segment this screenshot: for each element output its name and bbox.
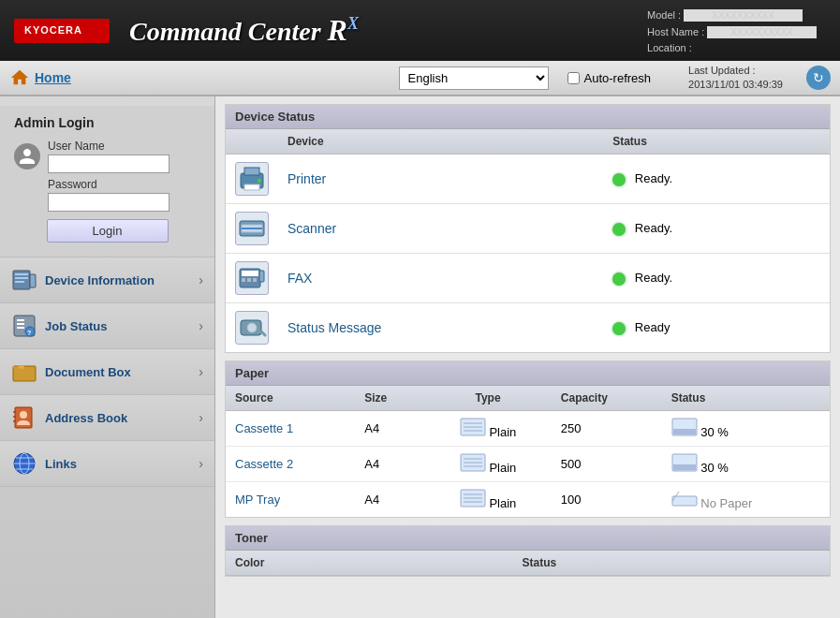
svg-rect-18 (13, 420, 16, 422)
paper-type: Plain (489, 461, 516, 475)
document-box-icon (11, 359, 37, 385)
header: KYOCERA Command Center RX Model : XXXXXX… (0, 0, 840, 61)
sidebar-item-job-status[interactable]: ? Job Status › (0, 303, 214, 349)
device-icon-cell (226, 204, 278, 254)
admin-login-panel: Admin Login User Name Password Login (0, 106, 214, 258)
device-icon-status-message (235, 311, 269, 345)
paper-header: Paper (226, 361, 830, 386)
svg-point-38 (247, 323, 257, 332)
paper-capacity: 500 (552, 447, 662, 482)
paper-type-icon (460, 418, 486, 436)
model-row: Model : XXXXXXXXXX (647, 7, 817, 24)
device-status-text: Ready. (635, 171, 672, 185)
toner-col-status: Status (513, 551, 830, 576)
device-status-header: Device Status (226, 105, 830, 129)
col-device: Device (278, 129, 603, 154)
svg-rect-32 (242, 271, 258, 276)
svg-rect-8 (17, 319, 24, 321)
device-status-table: Device Status Printer Ready. Scanner (226, 129, 830, 352)
refresh-button[interactable]: ↻ (806, 66, 831, 90)
paper-type-cell: Plain (424, 411, 552, 447)
device-status-row: Scanner Ready. (226, 204, 830, 254)
toner-col-color: Color (226, 551, 513, 576)
device-status-row: FAX Ready. (226, 254, 830, 303)
device-icon-cell (226, 254, 278, 303)
sidebar-item-address-book[interactable]: Address Book › (0, 395, 214, 441)
paper-col-status: Status (662, 386, 830, 411)
device-information-icon (11, 267, 37, 293)
device-icon-printer (235, 162, 269, 196)
paper-tray-icon (671, 489, 698, 508)
svg-rect-10 (17, 327, 24, 329)
svg-rect-35 (253, 278, 257, 282)
sidebar-label-links: Links (45, 457, 199, 471)
username-input[interactable] (48, 154, 169, 173)
kyocera-label: KYOCERA (20, 29, 104, 40)
login-button[interactable]: Login (47, 219, 169, 243)
device-status-section: Device Status Device Status Printer Read… (225, 104, 831, 353)
svg-rect-4 (15, 277, 28, 279)
links-arrow: › (199, 456, 203, 471)
svg-rect-44 (673, 429, 696, 434)
device-status-row: Status Message Ready (226, 303, 830, 353)
sidebar-label-document-box: Document Box (45, 365, 199, 379)
svg-rect-25 (244, 168, 259, 175)
job-status-icon: ? (11, 313, 37, 339)
password-input[interactable] (48, 193, 169, 212)
toner-header: Toner (226, 526, 830, 551)
svg-point-27 (258, 179, 261, 183)
device-status-row: Printer Ready. (226, 154, 830, 204)
paper-table: Source Size Type Capacity Status Cassett… (226, 386, 830, 517)
device-status-text: Ready (635, 320, 671, 334)
device-status-cell: Ready. (603, 204, 830, 254)
sidebar-item-links[interactable]: Links › (0, 441, 214, 487)
paper-rows: Cassette 1 A4 Plain 250 30 % Cassette 2 … (226, 411, 830, 518)
paper-size: A4 (355, 482, 424, 518)
language-selector[interactable]: English Japanese German French Spanish (399, 66, 549, 90)
address-book-arrow: › (199, 410, 203, 425)
svg-rect-9 (17, 323, 24, 325)
svg-rect-26 (244, 184, 259, 190)
device-name: Status Message (278, 303, 603, 353)
home-link[interactable]: Home (9, 67, 71, 88)
status-dot (612, 223, 626, 236)
device-icon-fax (235, 261, 269, 295)
auto-refresh-area: Auto-refresh (567, 71, 652, 85)
paper-capacity: 250 (552, 411, 662, 447)
device-icon-cell (226, 303, 278, 353)
toner-section: Toner Color Status (225, 525, 831, 577)
paper-status-text: No Paper (700, 496, 752, 510)
status-dot (612, 173, 626, 186)
device-icon-cell (226, 154, 278, 204)
device-name: FAX (278, 254, 603, 303)
location-row: Location : (647, 40, 817, 57)
kyocera-logo: KYOCERA Command Center RX (14, 13, 359, 48)
auto-refresh-checkbox[interactable] (567, 72, 580, 84)
paper-row: Cassette 1 A4 Plain 250 30 % (226, 411, 830, 447)
device-icon-scanner (235, 212, 269, 245)
auto-refresh-label[interactable]: Auto-refresh (584, 71, 652, 85)
svg-rect-16 (13, 411, 16, 413)
paper-type: Plain (489, 496, 516, 510)
paper-capacity: 100 (552, 482, 662, 518)
sidebar-item-device-information[interactable]: Device Information › (0, 258, 214, 303)
paper-source: Cassette 1 (226, 411, 355, 447)
password-label: Password (48, 178, 200, 191)
username-field-group: User Name (48, 140, 169, 173)
header-info: Model : XXXXXXXXXX Host Name : XXXXXXXXX… (647, 7, 817, 57)
last-updated: Last Updated : 2013/11/01 03:49:39 (688, 64, 783, 93)
links-icon (11, 450, 37, 477)
hostname-row: Host Name : XXXXXXXXXX (647, 24, 817, 41)
job-status-arrow: › (199, 318, 203, 333)
sidebar-label-job-status: Job Status (45, 319, 199, 333)
paper-status-text: 30 % (700, 425, 729, 439)
password-field-group: Password (48, 178, 200, 212)
sidebar-label-address-book: Address Book (45, 411, 199, 425)
paper-source: MP Tray (226, 482, 355, 518)
paper-col-type: Type (424, 386, 552, 411)
home-icon (9, 67, 30, 88)
svg-text:KYOCERA: KYOCERA (24, 24, 82, 36)
svg-rect-34 (247, 278, 251, 282)
device-status-cell: Ready. (603, 254, 830, 303)
sidebar-item-document-box[interactable]: Document Box › (0, 349, 214, 395)
